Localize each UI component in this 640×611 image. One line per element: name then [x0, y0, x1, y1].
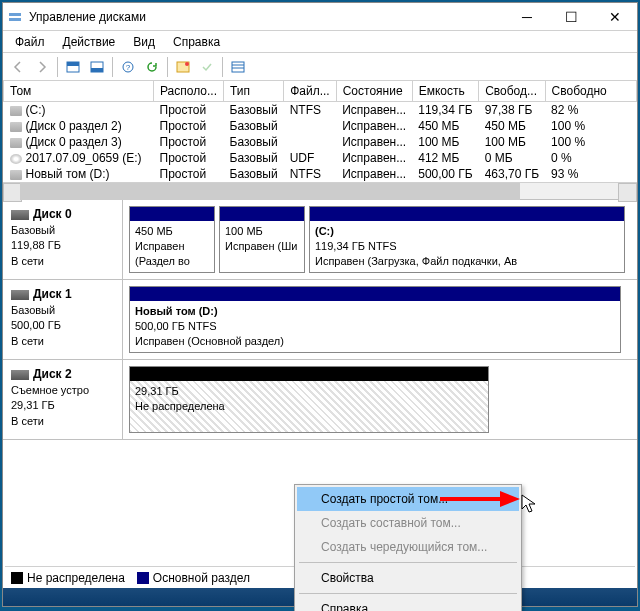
view-top-button[interactable] — [62, 56, 84, 78]
svg-rect-5 — [91, 68, 103, 72]
svg-rect-3 — [67, 62, 79, 66]
menu-item: Создать составной том... — [297, 511, 519, 535]
legend-primary-icon — [137, 572, 149, 584]
disk-info[interactable]: Диск 0Базовый119,88 ГБВ сети — [3, 200, 123, 279]
partition-header — [220, 207, 304, 221]
svg-text:?: ? — [126, 63, 131, 72]
svg-rect-1 — [9, 18, 21, 21]
disk-info[interactable]: Диск 1Базовый500,00 ГБВ сети — [3, 280, 123, 359]
volume-row[interactable]: (C:)ПростойБазовыйNTFSИсправен...119,34 … — [4, 102, 637, 119]
disk-row: Диск 0Базовый119,88 ГБВ сети450 МБИсправ… — [3, 200, 637, 280]
menu-separator — [299, 593, 517, 594]
table-header: Том Располо... Тип Файл... Состояние Емк… — [4, 81, 637, 102]
volume-row[interactable]: (Диск 0 раздел 3)ПростойБазовыйИсправен.… — [4, 134, 637, 150]
help-button[interactable]: ? — [117, 56, 139, 78]
legend-primary-label: Основной раздел — [153, 571, 250, 585]
forward-button — [31, 56, 53, 78]
partition-header — [130, 367, 488, 381]
list-view-button[interactable] — [227, 56, 249, 78]
svg-rect-10 — [232, 62, 244, 72]
disk-icon — [11, 290, 29, 300]
volume-icon — [10, 122, 22, 132]
partition-body: 29,31 ГБНе распределена — [130, 381, 488, 432]
menu-action[interactable]: Действие — [55, 33, 124, 51]
col-capacity[interactable]: Емкость — [412, 81, 478, 102]
toolbar: ? — [3, 53, 637, 81]
close-button[interactable]: ✕ — [593, 3, 637, 31]
legend-unalloc-icon — [11, 572, 23, 584]
col-layout[interactable]: Располо... — [154, 81, 224, 102]
partition-body: Новый том (D:)500,00 ГБ NTFSИсправен (Ос… — [130, 301, 620, 352]
maximize-button[interactable]: ☐ — [549, 3, 593, 31]
disk-icon — [11, 210, 29, 220]
volume-hscrollbar[interactable] — [3, 182, 637, 199]
col-type[interactable]: Тип — [224, 81, 284, 102]
volume-row[interactable]: Новый том (D:)ПростойБазовыйNTFSИсправен… — [4, 166, 637, 182]
partition[interactable]: 29,31 ГБНе распределена — [129, 366, 489, 433]
menu-file[interactable]: Файл — [7, 33, 53, 51]
partition-body: (C:)119,34 ГБ NTFSИсправен (Загрузка, Фа… — [310, 221, 624, 272]
disk-icon — [11, 370, 29, 380]
disk-row: Диск 1Базовый500,00 ГБВ сетиНовый том (D… — [3, 280, 637, 360]
volume-row[interactable]: (Диск 0 раздел 2)ПростойБазовыйИсправен.… — [4, 118, 637, 134]
minimize-button[interactable]: ─ — [505, 3, 549, 31]
menu-item[interactable]: Создать простой том... — [297, 487, 519, 511]
back-button — [7, 56, 29, 78]
disk-info[interactable]: Диск 2Съемное устро29,31 ГБВ сети — [3, 360, 123, 439]
volume-list: Том Располо... Тип Файл... Состояние Емк… — [3, 81, 637, 200]
legend-unalloc-label: Не распределена — [27, 571, 125, 585]
volume-icon — [10, 170, 22, 180]
volume-icon — [10, 106, 22, 116]
volume-icon — [10, 154, 22, 164]
view-bottom-button[interactable] — [86, 56, 108, 78]
col-pct[interactable]: Свободно — [545, 81, 636, 102]
window-title: Управление дисками — [29, 10, 505, 24]
partition-header — [130, 207, 214, 221]
col-fs[interactable]: Файл... — [284, 81, 337, 102]
svg-point-9 — [185, 62, 189, 66]
context-menu: Создать простой том...Создать составной … — [294, 484, 522, 611]
partition-header — [130, 287, 620, 301]
refresh-button[interactable] — [141, 56, 163, 78]
titlebar[interactable]: Управление дисками ─ ☐ ✕ — [3, 3, 637, 31]
volume-icon — [10, 138, 22, 148]
menu-item: Создать чередующийся том... — [297, 535, 519, 559]
partition[interactable]: 100 МБИсправен (Ши — [219, 206, 305, 273]
disk-row: Диск 2Съемное устро29,31 ГБВ сети29,31 Г… — [3, 360, 637, 440]
partition-body: 100 МБИсправен (Ши — [220, 221, 304, 272]
col-free[interactable]: Свобод... — [479, 81, 545, 102]
menu-item[interactable]: Свойства — [297, 566, 519, 590]
menu-view[interactable]: Вид — [125, 33, 163, 51]
settings-button[interactable] — [172, 56, 194, 78]
menubar: Файл Действие Вид Справка — [3, 31, 637, 53]
action-button — [196, 56, 218, 78]
app-icon — [7, 9, 23, 25]
partition[interactable]: Новый том (D:)500,00 ГБ NTFSИсправен (Ос… — [129, 286, 621, 353]
col-status[interactable]: Состояние — [336, 81, 412, 102]
disk-graphical-view: Диск 0Базовый119,88 ГБВ сети450 МБИсправ… — [3, 200, 637, 440]
partition[interactable]: (C:)119,34 ГБ NTFSИсправен (Загрузка, Фа… — [309, 206, 625, 273]
partition[interactable]: 450 МБИсправен (Раздел во — [129, 206, 215, 273]
svg-rect-0 — [9, 13, 21, 16]
menu-help[interactable]: Справка — [165, 33, 228, 51]
partition-body: 450 МБИсправен (Раздел во — [130, 221, 214, 272]
menu-separator — [299, 562, 517, 563]
menu-item[interactable]: Справка — [297, 597, 519, 611]
partition-header — [310, 207, 624, 221]
volume-row[interactable]: 2017.07.09_0659 (E:)ПростойБазовыйUDFИсп… — [4, 150, 637, 166]
col-volume[interactable]: Том — [4, 81, 154, 102]
